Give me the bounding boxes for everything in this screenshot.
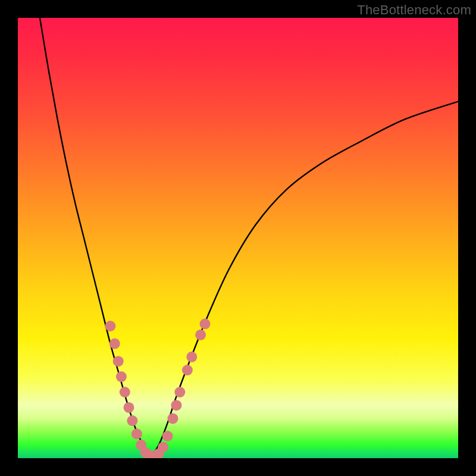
marker-dot — [186, 352, 197, 362]
marker-dot — [116, 371, 127, 382]
marker-dot — [162, 431, 173, 441]
marker-dot — [109, 339, 120, 349]
chart-frame: TheBottleneck.com — [0, 0, 476, 476]
curve-layer — [18, 18, 458, 458]
watermark-text: TheBottleneck.com — [357, 2, 471, 18]
marker-dot — [123, 402, 134, 413]
marker-dot — [195, 330, 206, 340]
left-branch — [40, 18, 150, 458]
marker-dot — [182, 365, 193, 375]
marker-dot — [167, 413, 178, 424]
left-branch-line — [40, 18, 150, 458]
marker-dot — [158, 442, 168, 453]
marker-dot — [200, 318, 211, 329]
marker-dot — [113, 356, 124, 367]
right-branch — [150, 102, 458, 458]
marker-dots — [105, 318, 210, 458]
marker-dot — [120, 387, 130, 397]
marker-dot — [174, 387, 185, 397]
marker-dot — [131, 428, 142, 439]
marker-dot — [105, 321, 115, 331]
marker-dot — [127, 415, 137, 426]
marker-dot — [171, 400, 181, 411]
right-branch-line — [150, 102, 458, 458]
plot-area — [18, 18, 458, 458]
